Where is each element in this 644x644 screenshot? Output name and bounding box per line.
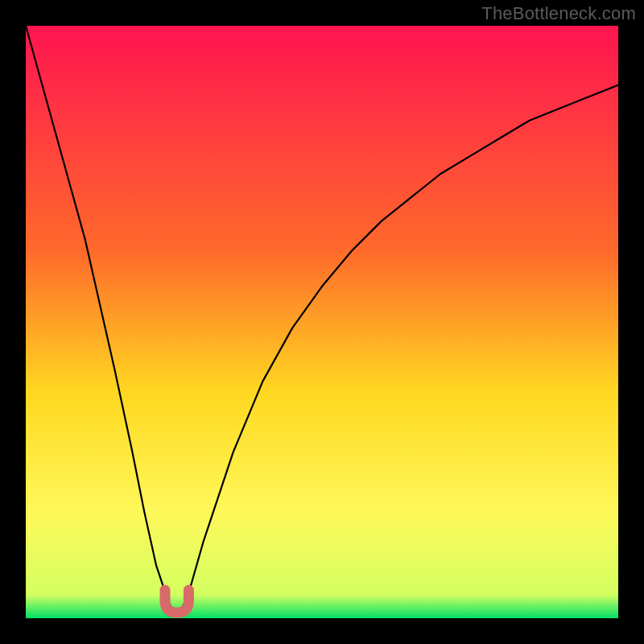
watermark-label: TheBottleneck.com [481,3,636,24]
plot-background [26,26,618,618]
chart-root: TheBottleneck.com [0,0,644,644]
bottleneck-chart [0,0,644,644]
